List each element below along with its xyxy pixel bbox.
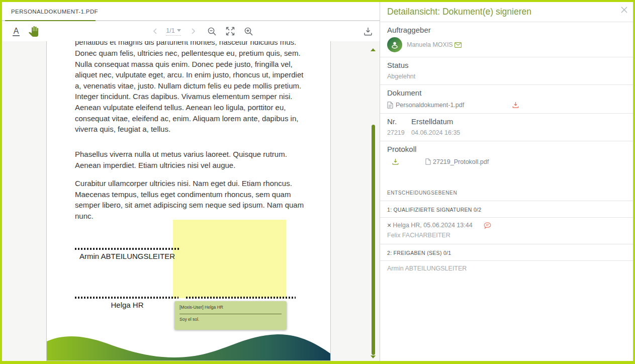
document-viewer: PERSONALDOKUMENT-1.PDF A 1/1 xyxy=(2,2,380,361)
pdf-paragraph: Curabitur ullamcorper ultricies nisi. Na… xyxy=(75,178,306,221)
dokument-label: Dokument xyxy=(387,88,626,97)
pan-tool-button[interactable] xyxy=(26,21,40,41)
panel-title: Detailansicht: Dokument(e) signieren xyxy=(380,2,633,22)
section-protokoll: Protokoll 27219_Protokoll.pdf xyxy=(380,141,633,170)
document-tabbar: PERSONALDOKUMENT-1.PDF xyxy=(2,2,380,21)
fullscreen-button[interactable] xyxy=(224,21,237,41)
detail-panel: Detailansicht: Dokument(e) signieren Auf… xyxy=(380,2,633,361)
scroll-up-arrow[interactable] xyxy=(371,48,376,51)
next-page-button[interactable] xyxy=(188,21,198,41)
avatar xyxy=(387,37,402,52)
stamp-user-line: [Moxis-User] Helga HR xyxy=(179,305,282,314)
download-document-button[interactable] xyxy=(512,101,519,109)
pdf-paragraph: Phasellus viverra nulla ut metus varius … xyxy=(75,149,306,170)
zoom-out-icon xyxy=(207,27,217,36)
section-auftraggeber: Auftraggeber Manuela MOXIS xyxy=(380,22,633,57)
signature-highlight-field[interactable] xyxy=(173,220,286,298)
scrollbar-thumb[interactable] xyxy=(372,125,375,355)
level-1-header: 1: QUALIFIZIERTE SIGNATUREN 0/2 xyxy=(380,201,633,218)
signature-dotted-line xyxy=(186,297,296,299)
zoom-in-button[interactable] xyxy=(242,21,255,41)
page-indicator: 1/1 xyxy=(166,27,174,34)
pdf-file-icon xyxy=(387,102,393,109)
chevron-down-icon xyxy=(177,29,181,32)
tab-personaldokument[interactable]: PERSONALDOKUMENT-1.PDF xyxy=(7,2,102,21)
zoom-out-button[interactable] xyxy=(205,21,218,41)
scroll-down-arrow[interactable] xyxy=(371,355,376,358)
signature-label-armin: Armin ABTEILUNGSLEITER xyxy=(75,252,179,260)
download-icon xyxy=(364,27,373,36)
close-icon xyxy=(620,6,628,14)
page-selector[interactable]: 1/1 xyxy=(162,21,185,41)
download-protokoll-button[interactable] xyxy=(392,158,399,165)
protokoll-file-link[interactable]: 27219_Protokoll.pdf xyxy=(425,158,489,165)
chevron-left-icon xyxy=(152,28,158,34)
section-dokument: Dokument Personaldokument-1.pdf xyxy=(380,85,633,114)
rejected-mark-icon: × xyxy=(387,222,391,228)
text-annotation-tool-button[interactable]: A xyxy=(10,21,22,41)
section-nr-erstelldatum: Nr. Erstelldatum 27219 04.06.2024 16:35 xyxy=(380,114,633,141)
footer-wave-graphic xyxy=(47,328,330,360)
pdf-viewport: penatibus et magnis dis parturient monte… xyxy=(2,41,380,361)
pdf-file-icon xyxy=(425,158,431,165)
signature-label-helga: Helga HR xyxy=(75,301,179,309)
auftraggeber-name: Manuela MOXIS xyxy=(407,41,453,48)
erstelldatum-label: Erstelldatum xyxy=(411,117,626,126)
stamp-comment-line: Soy el sol. xyxy=(179,314,282,322)
comment-bubble-icon[interactable] xyxy=(484,222,491,229)
fullscreen-icon xyxy=(226,27,235,36)
email-icon[interactable] xyxy=(455,42,462,48)
entscheidungsebenen-caption: ENTSCHEIDUNGSEBENEN xyxy=(380,182,633,201)
pdf-clipped-line: penatibus et magnis dis parturient monte… xyxy=(75,41,306,48)
hand-icon xyxy=(28,26,39,37)
previous-page-button[interactable] xyxy=(150,21,160,41)
signer-entry: Felix FACHARBEITER xyxy=(387,232,626,239)
text-tool-icon: A xyxy=(13,27,20,36)
status-value: Abgelehnt xyxy=(387,73,626,80)
document-download-button[interactable] xyxy=(361,21,375,41)
level-1-entries: × Helga HR, 05.06.2024 13:44 Felix FACHA… xyxy=(380,218,633,244)
status-label: Status xyxy=(387,61,626,69)
protokoll-label: Protokoll xyxy=(387,145,626,153)
signer-entry: Helga HR, 05.06.2024 13:44 xyxy=(393,222,472,229)
signature-dotted-line xyxy=(75,297,178,299)
signature-dotted-line xyxy=(75,248,179,250)
pdf-page: penatibus et magnis dis parturient monte… xyxy=(46,41,331,361)
app-window: PERSONALDOKUMENT-1.PDF A 1/1 xyxy=(2,2,633,361)
level-2-entries: Armin ABTEILUNGSLEITER xyxy=(380,261,633,277)
tab-label: PERSONALDOKUMENT-1.PDF xyxy=(11,9,98,15)
zoom-in-icon xyxy=(244,27,253,36)
nr-label: Nr. xyxy=(387,117,411,126)
signature-stamp[interactable]: [Moxis-User] Helga HR Soy el sol. xyxy=(174,301,287,330)
erstelldatum-value: 04.06.2024 16:35 xyxy=(411,129,626,136)
close-button[interactable] xyxy=(619,5,629,15)
auftraggeber-label: Auftraggeber xyxy=(387,26,626,34)
chevron-right-icon xyxy=(190,28,196,34)
section-status: Status Abgelehnt xyxy=(380,57,633,85)
nr-value: 27219 xyxy=(387,129,411,136)
pdf-paragraph: Donec quam felis, ultricies nec, pellent… xyxy=(75,48,306,135)
signer-entry: Armin ABTEILUNGSLEITER xyxy=(387,265,626,272)
level-2-header: 2: FREIGABEN (SES) 0/1 xyxy=(380,244,633,261)
dokument-file-link[interactable]: Personaldokument-1.pdf xyxy=(396,102,464,109)
protokoll-filename: 27219_Protokoll.pdf xyxy=(433,158,489,165)
viewer-toolbar: A 1/1 xyxy=(2,21,380,41)
